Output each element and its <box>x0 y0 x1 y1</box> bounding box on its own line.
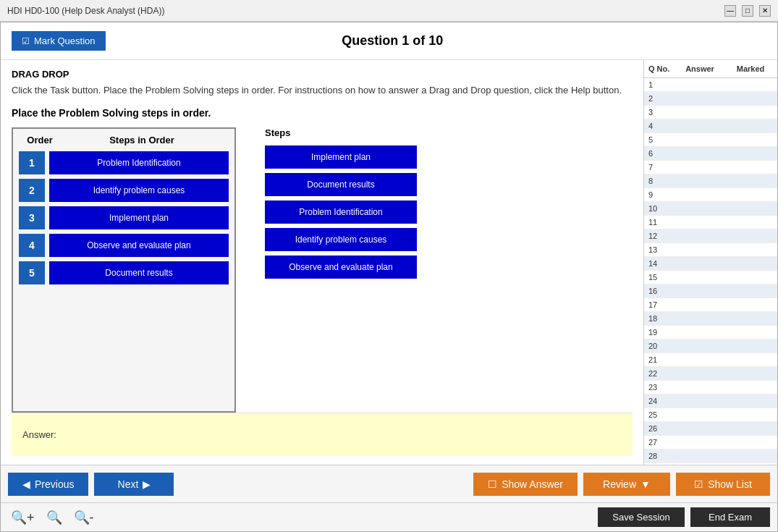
sidebar-row-marked <box>725 93 776 104</box>
step-button-2[interactable]: Problem Identification <box>265 200 417 224</box>
answer-area: Answer: <box>12 413 633 456</box>
minimize-button[interactable]: — <box>724 5 736 17</box>
review-dropdown-icon: ▼ <box>640 478 651 490</box>
sidebar-row[interactable]: 28 <box>644 449 777 463</box>
title-bar: HDI HD0-100 (Help Desk Analyst (HDA)) — … <box>0 0 778 22</box>
sidebar-row[interactable]: 5 <box>644 133 777 147</box>
sidebar-row[interactable]: 14 <box>644 257 777 271</box>
order-table-header: Order Steps in Order <box>19 135 229 145</box>
sidebar-row-marked <box>725 203 776 214</box>
left-panel: DRAG DROP Click the Task button. Place t… <box>1 60 643 465</box>
mark-question-button[interactable]: ☑ Mark Question <box>12 31 106 51</box>
sidebar-row-answer <box>675 93 725 104</box>
show-answer-button[interactable]: ☐ Show Answer <box>473 473 578 496</box>
sidebar-row[interactable]: 16 <box>644 284 777 298</box>
sidebar-row[interactable]: 25 <box>644 408 777 422</box>
sidebar-row-num: 4 <box>646 121 675 131</box>
sidebar-row-num: 24 <box>646 396 675 406</box>
sidebar-row[interactable]: 18 <box>644 312 777 326</box>
drag-drop-label: DRAG DROP <box>12 69 633 80</box>
sidebar-row[interactable]: 21 <box>644 353 777 367</box>
sidebar-row-marked <box>725 396 776 406</box>
sidebar-row-num: 10 <box>646 203 675 214</box>
sidebar-row[interactable]: 1 <box>644 78 777 92</box>
review-button[interactable]: Review ▼ <box>583 473 670 496</box>
sidebar-row-marked <box>725 135 776 145</box>
sidebar-row-answer <box>675 245 725 255</box>
sidebar-row-num: 9 <box>646 190 675 200</box>
sidebar-header: Q No. Answer Marked <box>644 60 777 78</box>
sidebar-row-answer <box>675 368 725 379</box>
order-num-1: 1 <box>19 151 45 174</box>
mark-question-label: Mark Question <box>34 35 96 46</box>
sidebar-row-answer <box>675 451 725 461</box>
sidebar-row-answer <box>675 107 725 117</box>
order-step-button-4[interactable]: Observe and evaluate plan <box>49 234 229 257</box>
zoom-in-button[interactable]: 🔍+ <box>8 510 38 525</box>
sidebar-row-num: 2 <box>646 93 675 104</box>
question-title: Question 1 of 10 <box>342 33 443 48</box>
sidebar-row[interactable]: 11 <box>644 216 777 229</box>
step-button-4[interactable]: Observe and evaluate plan <box>265 256 417 279</box>
step-button-0[interactable]: Implement plan <box>265 145 417 169</box>
sidebar-row[interactable]: 2 <box>644 92 777 106</box>
sidebar-row[interactable]: 8 <box>644 174 777 188</box>
close-button[interactable]: ✕ <box>759 5 771 17</box>
order-step-button-1[interactable]: Problem Identification <box>49 151 229 174</box>
sidebar-qno-header: Q No. <box>646 63 675 75</box>
order-step-button-5[interactable]: Document results <box>49 261 229 284</box>
order-row-2: 2 Identify problem causes <box>19 179 229 202</box>
sidebar-row[interactable]: 4 <box>644 119 777 133</box>
sidebar-row-marked <box>725 148 776 159</box>
sidebar-row-marked <box>725 286 776 296</box>
sidebar-row-answer <box>675 341 725 351</box>
order-num-3: 3 <box>19 206 45 229</box>
sidebar-row[interactable]: 15 <box>644 271 777 284</box>
show-list-icon: ☑ <box>694 478 703 490</box>
sidebar-row-marked <box>725 423 776 434</box>
sidebar-row-marked <box>725 382 776 392</box>
sidebar-row[interactable]: 3 <box>644 106 777 119</box>
previous-button[interactable]: ◀ Previous <box>8 473 88 496</box>
sidebar-row-num: 6 <box>646 148 675 159</box>
sidebar-row[interactable]: 7 <box>644 161 777 174</box>
sidebar-row[interactable]: 22 <box>644 367 777 381</box>
step-button-1[interactable]: Document results <box>265 173 417 196</box>
show-list-button[interactable]: ☑ Show List <box>676 473 770 496</box>
sidebar-row[interactable]: 9 <box>644 188 777 202</box>
sidebar-row[interactable]: 19 <box>644 326 777 339</box>
step-button-3[interactable]: Identify problem causes <box>265 228 417 251</box>
next-label: Next <box>118 478 139 490</box>
sidebar-row-answer <box>675 121 725 131</box>
sidebar-row-marked <box>725 107 776 117</box>
sidebar-row[interactable]: 23 <box>644 381 777 394</box>
sidebar-row-marked <box>725 300 776 310</box>
sidebar-row-num: 1 <box>646 80 675 90</box>
sidebar-row-marked <box>725 272 776 282</box>
sidebar-row[interactable]: 17 <box>644 298 777 312</box>
sidebar-row[interactable]: 20 <box>644 339 777 353</box>
zoom-reset-button[interactable]: 🔍 <box>43 510 65 525</box>
save-session-button[interactable]: Save Session <box>598 507 685 527</box>
right-sidebar[interactable]: Q No. Answer Marked 1 2 3 4 5 6 <box>643 60 777 465</box>
sidebar-row[interactable]: 26 <box>644 422 777 436</box>
sidebar-row[interactable]: 13 <box>644 243 777 257</box>
order-step-button-2[interactable]: Identify problem causes <box>49 179 229 202</box>
sidebar-row-marked <box>725 368 776 379</box>
title-bar-controls: — □ ✕ <box>724 5 771 17</box>
maximize-button[interactable]: □ <box>742 5 753 17</box>
sidebar-row[interactable]: 6 <box>644 147 777 161</box>
order-row-3: 3 Implement plan <box>19 206 229 229</box>
next-button[interactable]: Next ▶ <box>94 473 174 496</box>
sidebar-row[interactable]: 10 <box>644 202 777 216</box>
sidebar-row[interactable]: 12 <box>644 229 777 243</box>
zoom-out-button[interactable]: 🔍- <box>71 510 97 525</box>
sidebar-row-marked <box>725 313 776 324</box>
sidebar-row-answer <box>675 162 725 172</box>
sidebar-row-marked <box>725 327 776 337</box>
sidebar-row[interactable]: 24 <box>644 394 777 408</box>
end-exam-button[interactable]: End Exam <box>690 507 770 527</box>
sidebar-row[interactable]: 27 <box>644 436 777 449</box>
sidebar-row-num: 5 <box>646 135 675 145</box>
order-step-button-3[interactable]: Implement plan <box>49 206 229 229</box>
